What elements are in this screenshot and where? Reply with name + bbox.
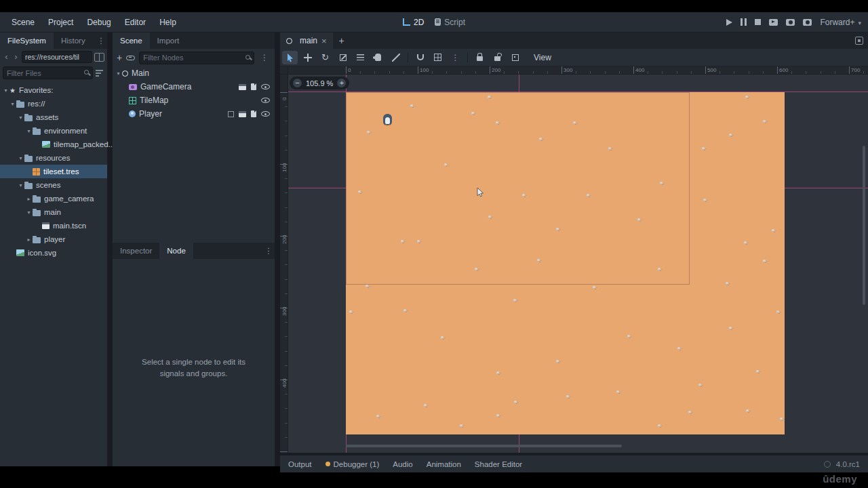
scene-node-player[interactable]: Player bbox=[113, 107, 275, 121]
scene-menu-icon[interactable] bbox=[258, 51, 271, 64]
move-tool-button[interactable] bbox=[300, 51, 315, 64]
expand-arrow-icon[interactable] bbox=[17, 182, 24, 188]
file-tree-item-assets[interactable]: assets bbox=[0, 110, 107, 124]
tab-scene[interactable]: Scene bbox=[113, 33, 150, 49]
add-node-button[interactable] bbox=[117, 52, 122, 63]
filter-nodes-input[interactable] bbox=[139, 52, 254, 64]
file-tree-item-icon-svg[interactable]: icon.svg bbox=[0, 246, 107, 260]
pan-tool-button[interactable] bbox=[370, 51, 386, 64]
back-button[interactable] bbox=[3, 51, 10, 63]
file-tree-item-scenes[interactable]: scenes bbox=[0, 178, 107, 192]
visibility-toggle-icon[interactable] bbox=[261, 111, 270, 117]
scene-node-main[interactable]: Main bbox=[113, 66, 275, 80]
zoom-level[interactable]: 105.9 % bbox=[306, 79, 333, 87]
unlock-button[interactable] bbox=[490, 51, 505, 64]
tab-history[interactable]: History bbox=[54, 33, 93, 49]
collapse-arrow-icon[interactable] bbox=[25, 196, 33, 202]
zoom-in-button[interactable] bbox=[337, 79, 346, 87]
expand-arrow-icon[interactable] bbox=[2, 87, 9, 94]
ruler-tool-button[interactable] bbox=[388, 51, 403, 64]
menu-editor[interactable]: Editor bbox=[119, 15, 152, 30]
expand-arrow-icon[interactable] bbox=[17, 115, 24, 121]
visibility-toggle-icon[interactable] bbox=[261, 84, 270, 89]
play-custom-scene-button[interactable] bbox=[786, 19, 795, 26]
horizontal-scrollbar[interactable] bbox=[346, 445, 622, 447]
grid-snap-button[interactable] bbox=[430, 51, 446, 64]
stop-button[interactable] bbox=[755, 19, 761, 25]
expand-arrow-icon[interactable] bbox=[25, 128, 33, 134]
scene-node-tilemap[interactable]: TileMap bbox=[113, 94, 275, 107]
folder-icon bbox=[16, 102, 24, 108]
pause-button[interactable] bbox=[741, 18, 747, 26]
tab-node[interactable]: Node bbox=[159, 243, 193, 259]
tab-import[interactable]: Import bbox=[150, 33, 187, 49]
file-tree-item-main-folder[interactable]: main bbox=[0, 205, 107, 219]
scale-tool-button[interactable] bbox=[335, 51, 351, 64]
forward-button[interactable] bbox=[12, 51, 20, 63]
scene-instance-icon[interactable] bbox=[239, 111, 246, 117]
file-tree-item-res-root[interactable]: res:// bbox=[0, 97, 107, 110]
menu-debug[interactable]: Debug bbox=[81, 15, 117, 30]
file-tree-item-tilemap-packed[interactable]: tilemap_packed.... bbox=[0, 138, 107, 151]
tab-inspector[interactable]: Inspector bbox=[113, 243, 159, 259]
group-button[interactable] bbox=[507, 51, 523, 64]
mode-script-button[interactable]: Script bbox=[435, 18, 465, 27]
expand-arrow-icon[interactable] bbox=[115, 70, 122, 77]
scene-node-gamecamera[interactable]: GameCamera bbox=[113, 80, 275, 94]
bottom-tab-debugger[interactable]: Debugger (1) bbox=[326, 460, 380, 468]
scene-instance-icon[interactable] bbox=[239, 84, 246, 90]
distraction-free-mode-icon[interactable] bbox=[855, 37, 863, 45]
view-menu-button[interactable]: View bbox=[528, 53, 557, 62]
bottom-tab-output[interactable]: Output bbox=[288, 460, 312, 468]
vertical-scrollbar[interactable] bbox=[863, 146, 865, 305]
movie-maker-button[interactable] bbox=[803, 19, 812, 26]
script-icon[interactable] bbox=[251, 110, 256, 117]
scene-tab-main[interactable]: main bbox=[280, 33, 333, 49]
player-sprite[interactable] bbox=[383, 114, 392, 125]
bottom-tab-shader-editor[interactable]: Shader Editor bbox=[475, 460, 522, 468]
renderer-dropdown[interactable]: Forward+ bbox=[820, 18, 861, 27]
file-tree-item-resources[interactable]: resources bbox=[0, 151, 107, 165]
instance-scene-icon[interactable] bbox=[126, 56, 135, 60]
expand-arrow-icon[interactable] bbox=[25, 209, 33, 216]
mode-2d-button[interactable]: 2D bbox=[403, 18, 424, 27]
collapse-arrow-icon[interactable] bbox=[25, 237, 33, 243]
play-button[interactable] bbox=[726, 19, 732, 26]
filesystem-menu-icon[interactable] bbox=[95, 33, 107, 49]
lock-button[interactable] bbox=[472, 51, 488, 64]
expand-arrow-icon[interactable] bbox=[17, 155, 24, 161]
bottom-tab-animation[interactable]: Animation bbox=[427, 460, 461, 468]
zoom-out-button[interactable] bbox=[293, 79, 302, 87]
editable-children-icon[interactable] bbox=[228, 111, 234, 117]
file-tree-item-player-folder[interactable]: player bbox=[0, 232, 107, 246]
script-icon[interactable] bbox=[251, 83, 256, 90]
filter-files-input[interactable] bbox=[3, 66, 93, 79]
snap-options-button[interactable] bbox=[448, 51, 463, 64]
select-tool-button[interactable] bbox=[282, 51, 298, 64]
notification-icon[interactable] bbox=[824, 461, 831, 468]
file-tree-item-game-camera[interactable]: game_camera bbox=[0, 192, 107, 205]
smart-snap-button[interactable] bbox=[412, 51, 428, 64]
tab-filesystem[interactable]: FileSystem bbox=[0, 33, 54, 49]
list-select-tool-button[interactable] bbox=[353, 51, 368, 64]
file-sort-icon[interactable] bbox=[96, 69, 104, 77]
scale-icon bbox=[340, 54, 347, 61]
inspector-menu-icon[interactable] bbox=[262, 243, 275, 259]
close-tab-icon[interactable] bbox=[321, 36, 327, 46]
canvas-area[interactable]: 105.9 % bbox=[288, 75, 868, 453]
file-tree-item-environment[interactable]: environment bbox=[0, 124, 107, 138]
file-tree-item-tileset-tres[interactable]: tileset.tres bbox=[0, 165, 107, 178]
play-scene-button[interactable] bbox=[769, 19, 778, 26]
new-scene-tab-button[interactable] bbox=[333, 33, 351, 49]
bottom-tab-audio[interactable]: Audio bbox=[393, 460, 412, 468]
split-view-icon[interactable] bbox=[94, 53, 104, 62]
visibility-toggle-icon[interactable] bbox=[261, 98, 270, 103]
menu-help[interactable]: Help bbox=[153, 15, 182, 30]
file-tree-item-main-tscn[interactable]: main.tscn bbox=[0, 219, 107, 232]
path-field[interactable] bbox=[22, 51, 92, 63]
menu-scene[interactable]: Scene bbox=[5, 15, 41, 30]
menu-project[interactable]: Project bbox=[42, 15, 79, 30]
file-tree-item-favorites[interactable]: Favorites: bbox=[0, 83, 107, 97]
rotate-tool-button[interactable] bbox=[317, 51, 333, 64]
expand-arrow-icon[interactable] bbox=[9, 101, 16, 107]
